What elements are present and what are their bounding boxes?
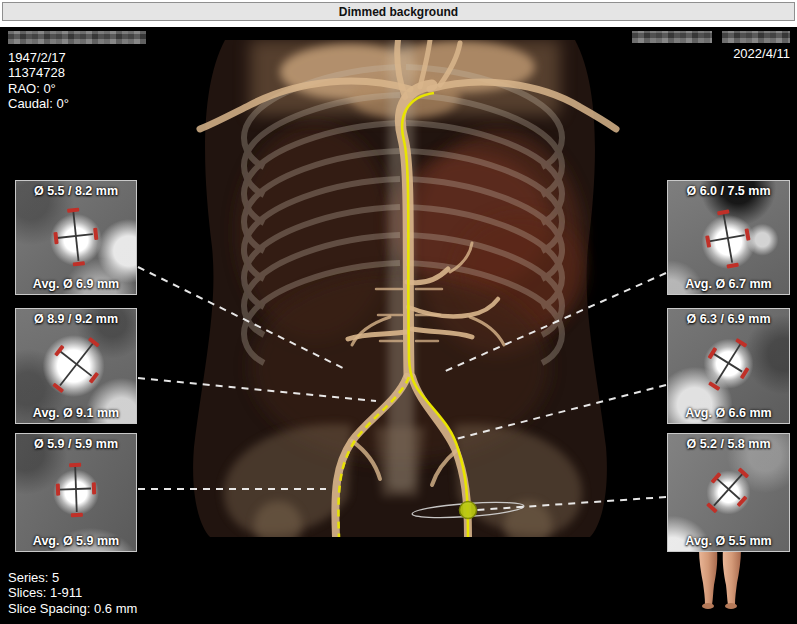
diameter-label: Ø 5.9 / 5.9 mm [16,437,136,451]
average-diameter-label: Avg. Ø 5.9 mm [16,534,136,548]
study-date: 2022/4/11 [632,46,790,62]
redacted-block [722,31,790,43]
diameter-label: Ø 8.9 / 9.2 mm [16,312,136,326]
patient-birth-date: 1947/2/17 [8,50,146,66]
study-info-overlay: 2022/4/11 [632,31,790,62]
diameter-label: Ø 5.5 / 8.2 mm [16,184,136,198]
average-diameter-label: Avg. Ø 6.9 mm [16,277,136,291]
right-femoral-head [504,501,552,549]
measurement-panel-left-3[interactable]: Ø 5.9 / 5.9 mm Avg. Ø 5.9 mm [15,433,137,552]
average-diameter-label: Avg. Ø 6.7 mm [668,277,789,291]
slice-spacing: Slice Spacing: 0.6 mm [8,601,137,617]
sacrum [375,427,425,497]
average-diameter-label: Avg. Ø 9.1 mm [16,406,136,420]
patient-id: 11374728 [8,65,146,81]
measurement-panel-right-2[interactable]: Ø 6.3 / 6.9 mm Avg. Ø 6.6 mm [667,308,790,424]
3d-render-viewport[interactable]: 1947/2/17 11374728 RAO: 0° Caudal: 0° 20… [0,27,797,624]
measurement-panel-left-2[interactable]: Ø 8.9 / 9.2 mm Avg. Ø 9.1 mm [15,308,137,424]
redacted-block [632,31,712,43]
volume-render-body [193,40,616,549]
slice-position-marker[interactable] [460,502,477,519]
diameter-label: Ø 5.2 / 5.8 mm [668,437,789,451]
patient-info-overlay: 1947/2/17 11374728 RAO: 0° Caudal: 0° [8,31,146,112]
left-femoral-head [254,501,302,549]
redacted-institution [632,31,790,43]
average-diameter-label: Avg. Ø 5.5 mm [668,534,789,548]
measurement-panel-right-1[interactable]: Ø 6.0 / 7.5 mm Avg. Ø 6.7 mm [667,180,790,295]
measurement-panel-right-3[interactable]: Ø 5.2 / 5.8 mm Avg. Ø 5.5 mm [667,433,790,552]
slices-range: Slices: 1-911 [8,585,137,601]
diameter-label: Ø 6.3 / 6.9 mm [668,312,789,326]
caudal-angle: Caudal: 0° [8,96,146,112]
series-number: Series: 5 [8,570,137,586]
panel-title: Dimmed background [339,5,458,19]
average-diameter-label: Avg. Ø 6.6 mm [668,406,789,420]
orientation-figurine-legs [699,549,741,609]
measurement-panel-left-1[interactable]: Ø 5.5 / 8.2 mm Avg. Ø 6.9 mm [15,180,137,295]
app-window: { "titlebar": { "title": "Dimmed backgro… [0,0,797,624]
redacted-patient-name [8,31,146,44]
series-info-overlay: Series: 5 Slices: 1-911 Slice Spacing: 0… [8,570,137,617]
rao-angle: RAO: 0° [8,81,146,97]
panel-titlebar: Dimmed background [2,2,795,21]
diameter-label: Ø 6.0 / 7.5 mm [668,184,789,198]
